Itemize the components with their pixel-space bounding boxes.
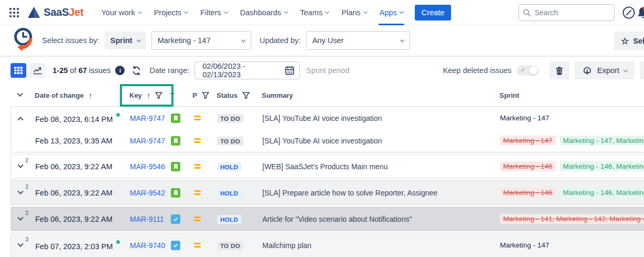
nav-your-work[interactable]: Your work bbox=[95, 0, 148, 25]
filter-funnel-icon[interactable] bbox=[202, 92, 209, 99]
cutoff-button[interactable] bbox=[640, 61, 644, 79]
chevron-down-icon bbox=[223, 9, 228, 14]
expand-row-control[interactable]: 2 bbox=[11, 155, 30, 178]
issue-key-link[interactable]: MAR-9747 bbox=[117, 137, 171, 145]
nav-apps[interactable]: Apps bbox=[373, 0, 410, 25]
sprint-cell: Marketing - 147 bbox=[496, 241, 644, 249]
calendar-icon[interactable] bbox=[285, 66, 294, 75]
issue-summary: Article for "Video scenario about Notifi… bbox=[258, 215, 496, 223]
chevron-down-icon[interactable] bbox=[17, 241, 23, 246]
priority-medium-icon bbox=[186, 190, 210, 195]
priority-medium-icon bbox=[186, 138, 210, 143]
saasjet-logo[interactable]: SaaSJet bbox=[27, 6, 84, 18]
issue-summary: [SLA] Prepare article how to solve Repor… bbox=[258, 189, 496, 197]
issue-key-link[interactable]: MAR-9747 bbox=[117, 114, 171, 122]
status-badge: TO DO bbox=[217, 114, 243, 123]
expand-row-control[interactable]: 2 bbox=[11, 181, 30, 204]
issue-summary: [WEB] SaaSJet's Products Main menu bbox=[258, 162, 496, 171]
chevron-down-icon[interactable] bbox=[17, 214, 23, 220]
issue-history-row-MAR-9542: 2 Feb 06, 2023, 9:22 AM MAR-9542 HOLD [S… bbox=[11, 180, 644, 205]
table-row[interactable]: Feb 13, 2023, 9:35 AM MAR-9747 TO DO [SL… bbox=[11, 129, 644, 152]
expand-all-header[interactable] bbox=[11, 93, 29, 97]
change-date: Feb 06, 2023, 9:22 AM bbox=[30, 162, 117, 171]
table-view-button[interactable] bbox=[11, 63, 26, 78]
sprint-select[interactable]: Marketing - 147 bbox=[151, 31, 251, 50]
changes-count: 2 bbox=[25, 210, 28, 216]
global-search bbox=[518, 4, 615, 21]
table-row[interactable]: 2 Feb 06, 2023, 9:22 AM MAR-9546 HOLD [W… bbox=[11, 155, 644, 178]
priority-medium-icon bbox=[186, 243, 210, 248]
table-row[interactable]: 2 Feb 06, 2023, 9:22 AM MAR-9542 HOLD [S… bbox=[11, 181, 644, 204]
priority-medium-icon bbox=[186, 164, 210, 169]
sprint-removed-value: Marketing - 146 bbox=[500, 161, 556, 171]
chevron-up-icon[interactable] bbox=[17, 117, 23, 122]
column-header-sprint[interactable]: Sprint bbox=[495, 91, 644, 99]
sprint-cell: Marketing - 141, Marketing - 142, Market… bbox=[496, 214, 644, 224]
chevron-down-icon[interactable] bbox=[17, 188, 23, 194]
table-row[interactable]: 3 Feb 07, 2023, 2:03 PM MAR-9740 TO DO M… bbox=[11, 233, 644, 257]
issue-key-link[interactable]: MAR-9111 bbox=[117, 215, 171, 223]
change-date: Feb 13, 2023, 9:35 AM bbox=[30, 137, 117, 145]
chevron-down-icon bbox=[284, 9, 288, 14]
nav-plans[interactable]: Plans bbox=[335, 0, 373, 25]
search-input[interactable] bbox=[518, 4, 615, 21]
select-issues-by-label: Select issues by: bbox=[42, 36, 99, 45]
sprint-added-value: Marketing - 146, Marketing - 147 bbox=[560, 161, 644, 171]
story-type-icon bbox=[171, 188, 180, 198]
changes-count: 3 bbox=[25, 236, 28, 242]
story-type-icon bbox=[171, 114, 180, 123]
refresh-icon[interactable] bbox=[131, 66, 141, 76]
info-icon[interactable]: i bbox=[115, 66, 125, 75]
nav-filters[interactable]: Filters bbox=[194, 0, 233, 25]
select-saved-filters-button[interactable]: ☆Selec bbox=[614, 32, 644, 50]
collapse-row-control[interactable] bbox=[11, 107, 30, 129]
chevron-down-icon[interactable] bbox=[17, 91, 23, 97]
keep-deleted-issues-label: Keep deleted issues bbox=[443, 66, 512, 75]
issue-key-link[interactable]: MAR-9546 bbox=[117, 162, 171, 171]
issue-key-link[interactable]: MAR-9740 bbox=[117, 241, 171, 250]
issue-key-link[interactable]: MAR-9542 bbox=[117, 189, 171, 197]
column-header-priority[interactable]: P bbox=[185, 91, 209, 99]
keep-deleted-issues-toggle[interactable]: ✓ bbox=[517, 65, 539, 76]
table-row[interactable]: Feb 08, 2023, 6:14 PM MAR-9747 TO DO [SL… bbox=[11, 107, 644, 129]
export-button[interactable]: Export bbox=[575, 61, 635, 79]
updated-by-user-select[interactable]: Any User bbox=[306, 31, 410, 50]
delete-button[interactable] bbox=[549, 61, 569, 79]
export-download-icon bbox=[582, 66, 592, 75]
chevron-down-icon[interactable] bbox=[17, 162, 23, 168]
filter-funnel-icon[interactable] bbox=[155, 92, 162, 99]
create-button[interactable]: Create bbox=[415, 5, 452, 20]
issue-summary: Mailchimp plan bbox=[258, 241, 496, 250]
line-chart-icon bbox=[33, 67, 42, 75]
nav-dashboards[interactable]: Dashboards bbox=[234, 0, 294, 25]
filter-funnel-icon[interactable] bbox=[242, 92, 250, 99]
change-date: Feb 07, 2023, 2:03 PM bbox=[30, 240, 117, 251]
sort-ascending-icon[interactable]: ↑ bbox=[88, 91, 93, 100]
table-row[interactable]: 2 Feb 06, 2023, 9:22 AM MAR-9111 HOLD Ar… bbox=[11, 207, 644, 231]
issue-history-row-MAR-9740: 3 Feb 07, 2023, 2:03 PM MAR-9740 TO DO M… bbox=[11, 233, 644, 257]
trash-icon bbox=[555, 66, 564, 75]
issue-history-group-MAR-9747: Feb 08, 2023, 6:14 PM MAR-9747 TO DO [SL… bbox=[11, 106, 644, 152]
chevron-down-icon bbox=[136, 37, 140, 42]
issue-mode-dropdown[interactable]: Sprint bbox=[105, 32, 146, 49]
chart-view-button[interactable] bbox=[29, 63, 45, 78]
sprint-removed-value: Marketing - 141, Marketing - 142, Market… bbox=[500, 214, 644, 224]
date-range-input[interactable]: 02/06/2023 - 02/13/2023 bbox=[195, 61, 300, 79]
nav-projects[interactable]: Projects bbox=[148, 0, 194, 25]
expand-row-control[interactable]: 3 bbox=[11, 233, 30, 257]
help-icon[interactable] bbox=[622, 6, 636, 19]
column-header-key[interactable]: Key↑ bbox=[117, 91, 170, 100]
status-badge: TO DO bbox=[217, 241, 243, 250]
sort-ascending-icon[interactable]: ↑ bbox=[147, 91, 151, 100]
notifications-bell-icon[interactable] bbox=[636, 5, 644, 22]
change-date: Feb 06, 2023, 9:22 AM bbox=[30, 215, 117, 223]
expand-row-control[interactable]: 2 bbox=[11, 207, 30, 231]
column-header-type[interactable]: T bbox=[170, 91, 185, 99]
sprint-cell: Marketing - 147 Marketing - 147, Marketi… bbox=[496, 136, 644, 146]
nav-teams[interactable]: Teams bbox=[294, 0, 335, 25]
column-header-status[interactable]: Status bbox=[209, 91, 258, 99]
chevron-down-icon bbox=[184, 9, 188, 14]
column-header-date-of-change[interactable]: Date of change↑ bbox=[29, 91, 117, 100]
app-switcher-icon[interactable] bbox=[9, 8, 19, 17]
column-header-summary[interactable]: Summary bbox=[258, 91, 495, 99]
